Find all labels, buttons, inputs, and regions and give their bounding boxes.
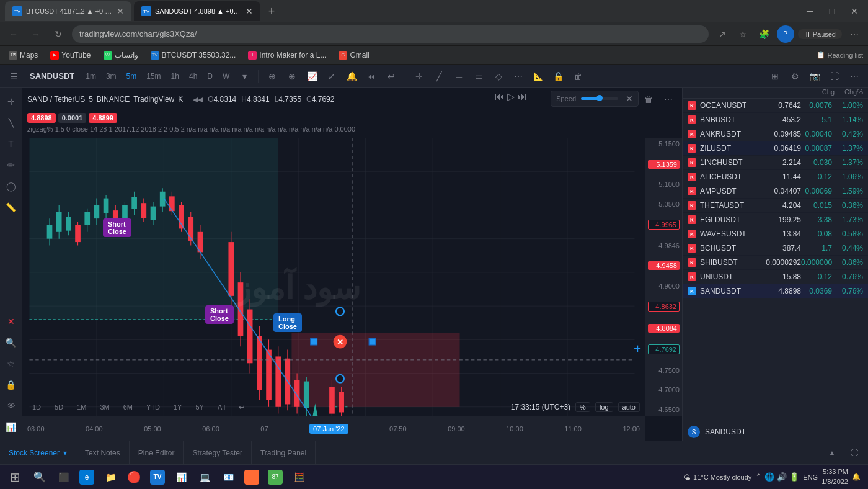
log-btn[interactable]: log — [595, 402, 613, 412]
replay-icon[interactable]: ⏮ — [363, 68, 380, 85]
tab-sandusdt[interactable]: TV SANDUSDT 4.8898 ▲ +0.76% iot... ✕ — [134, 1, 260, 21]
bookmark-maps[interactable]: 🗺 Maps — [5, 50, 42, 61]
new-tab-button[interactable]: + — [263, 2, 280, 20]
indicator-icon2[interactable]: ⤢ — [323, 68, 340, 85]
extensions-icon[interactable]: 🧩 — [756, 25, 773, 43]
bookmark-whatsapp[interactable]: W واتساپ — [100, 50, 142, 61]
taskbar-search-button[interactable]: 🔍 — [29, 466, 51, 488]
replay-prev[interactable]: ⏮ — [495, 91, 505, 102]
minimize-button[interactable]: ─ — [801, 2, 818, 20]
bookmark-btcusdt[interactable]: TV BTCUSDT 35503.32... — [147, 50, 240, 61]
left-indicator-tool[interactable]: 📊 — [2, 418, 20, 436]
bookmark-gmail[interactable]: G Gmail — [335, 50, 373, 61]
taskbar-chrome[interactable]: 🔴 — [123, 466, 145, 488]
taskbar-file-explorer[interactable]: 📁 — [99, 466, 122, 488]
taskbar-app3[interactable]: 💻 — [193, 466, 216, 488]
alerts-icon[interactable]: 🔔 — [343, 68, 360, 85]
watchlist-item-uniusdt[interactable]: K UNIUSDT 15.88 0.12 0.76% — [683, 270, 868, 284]
speed-close-icon[interactable]: ✕ — [626, 94, 633, 104]
auto-btn[interactable]: auto — [618, 402, 640, 412]
tab-close-sand[interactable]: ✕ — [246, 6, 253, 16]
maximize-button[interactable]: □ — [823, 2, 841, 20]
tf-d[interactable]: D — [203, 71, 216, 82]
refresh-button[interactable]: ↻ — [50, 25, 67, 43]
watchlist-item-ampusdt[interactable]: K AMPUSDT 0.04407 0.00069 1.59% — [683, 184, 868, 199]
btn-3m[interactable]: 3M — [95, 402, 114, 412]
pattern-tool[interactable]: ◇ — [490, 68, 507, 85]
taskbar-app4[interactable]: 📧 — [217, 466, 239, 488]
horizontal-tool[interactable]: ═ — [450, 68, 467, 85]
edit-delete-tool[interactable]: 🗑 — [640, 91, 657, 108]
undo-icon[interactable]: ↩ — [383, 68, 400, 85]
taskbar-app6[interactable]: 87 — [264, 466, 286, 488]
tab-pine-editor[interactable]: Pine Editor — [130, 441, 184, 465]
watchlist-item-wavesusdt[interactable]: K WAVESUSDT 13.84 0.08 0.58% — [683, 227, 868, 241]
tf-1m[interactable]: 1m — [82, 71, 100, 82]
more-options[interactable]: ⋯ — [846, 68, 863, 85]
btn-1y[interactable]: 1Y — [169, 402, 187, 412]
expand-bottom-icon[interactable]: ⛶ — [846, 444, 863, 462]
tray-up-icon[interactable]: ⌃ — [755, 472, 762, 482]
trend-tool[interactable]: ╱ — [430, 68, 448, 85]
taskbar-tv1[interactable]: TV — [146, 466, 169, 488]
btn-5d[interactable]: 5D — [50, 402, 68, 412]
fullscreen-icon[interactable]: ⛶ — [826, 68, 843, 85]
speed-thumb[interactable] — [596, 95, 603, 101]
indicators-button[interactable]: 📈 — [303, 68, 321, 85]
url-bar[interactable]: tradingview.com/chart/gis3XQza/ — [72, 25, 709, 43]
watchlist-item-shibusdt[interactable]: K SHIBUSDT 0.0000292 0.000000 0.86% — [683, 256, 868, 270]
share-icon[interactable]: ↗ — [714, 25, 731, 43]
watchlist-item-bnbusdt[interactable]: K BNBUSDT 453.2 5.1 1.14% — [683, 113, 868, 127]
watchlist-item-ankrusdt[interactable]: K ANKRUSDT 0.09485 0.00040 0.42% — [683, 127, 868, 141]
strategy-button[interactable]: ⊕ — [283, 68, 301, 85]
tf-5m[interactable]: 5m — [123, 71, 141, 82]
menu-icon[interactable]: ⋯ — [846, 25, 863, 43]
tf-1h[interactable]: 1h — [167, 71, 183, 82]
watchlist-item-aliceusdt[interactable]: K ALICEUSDT 11.44 0.12 1.06% — [683, 170, 868, 184]
speed-slider[interactable] — [581, 97, 618, 100]
btn-5y[interactable]: 5Y — [190, 402, 208, 412]
tf-dropdown[interactable]: ▾ — [236, 68, 253, 85]
settings-icon[interactable]: ⚙ — [786, 68, 804, 85]
forward-button[interactable]: → — [27, 25, 45, 43]
taskbar-app5[interactable] — [241, 466, 263, 488]
left-shape-tool[interactable]: ◯ — [2, 177, 20, 195]
lock-icon[interactable]: 🔒 — [549, 68, 567, 85]
btn-1d[interactable]: 1D — [27, 402, 46, 412]
tab-trading-panel[interactable]: Trading Panel — [252, 441, 316, 465]
fib-tool[interactable]: 📐 — [529, 68, 547, 85]
delete-tool[interactable]: 🗑 — [569, 68, 587, 85]
replay-play[interactable]: ▷ — [507, 91, 515, 102]
battery-icon[interactable]: 🔋 — [789, 472, 799, 482]
btn-all[interactable]: All — [213, 402, 230, 412]
reading-list-button[interactable]: 📋 Reading list — [817, 51, 863, 59]
tf-15m[interactable]: 15m — [143, 71, 164, 82]
btn-6m[interactable]: 6M — [118, 402, 138, 412]
edit-more-tool[interactable]: ⋯ — [660, 91, 677, 108]
taskbar-edge[interactable]: e — [76, 466, 98, 488]
left-zoom-tool[interactable]: 🔍 — [2, 334, 20, 351]
tab-strategy-tester[interactable]: Strategy Tester — [184, 441, 251, 465]
close-tool[interactable]: ✕ — [2, 313, 20, 330]
sidebar-toggle-button[interactable]: ☰ — [5, 68, 22, 85]
percent-btn[interactable]: % — [575, 402, 590, 412]
left-star-tool[interactable]: ☆ — [2, 355, 20, 372]
tf-3m[interactable]: 3m — [102, 71, 120, 82]
watchlist-item-oceanusdt[interactable]: K OCEANUSDT 0.7642 0.0076 1.00% — [683, 99, 868, 113]
bookmark-youtube[interactable]: ▶ YouTube — [46, 50, 94, 61]
screenshot-icon[interactable]: 📷 — [806, 68, 823, 85]
left-lock-tool[interactable]: 🔒 — [2, 376, 20, 393]
watchlist-item-zilusdt[interactable]: K ZILUSDT 0.06419 0.00087 1.37% — [683, 141, 868, 156]
collapse-bottom-icon[interactable]: ▲ — [823, 444, 841, 462]
network-icon[interactable]: 🌐 — [764, 472, 774, 482]
tf-4h[interactable]: 4h — [185, 71, 201, 82]
replay-next[interactable]: ⏭ — [517, 91, 527, 102]
start-button[interactable]: ⊞ — [2, 466, 27, 488]
more-tools[interactable]: ⋯ — [510, 68, 527, 85]
left-cursor-tool[interactable]: ✛ — [2, 93, 20, 110]
indicator-button[interactable]: ⊕ — [264, 68, 281, 85]
cursor-tool[interactable]: ✛ — [410, 68, 428, 85]
rect-tool[interactable]: ▭ — [470, 68, 487, 85]
watchlist-item-egldusdt[interactable]: K EGLDUSDT 199.25 3.38 1.73% — [683, 213, 868, 227]
back-button[interactable]: ← — [5, 25, 22, 43]
